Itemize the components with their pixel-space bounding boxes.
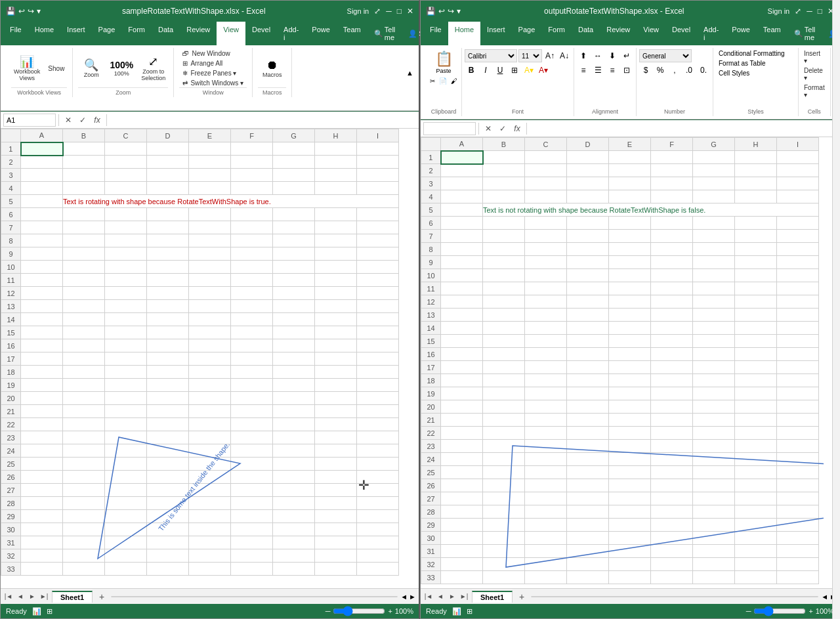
- right-zoom-in-btn[interactable]: +: [808, 607, 812, 615]
- cell-r10-c5[interactable]: [231, 261, 273, 274]
- workbook-views-btn[interactable]: 📊 WorkbookViews: [11, 54, 43, 83]
- cell-r7-c6[interactable]: [693, 230, 735, 243]
- cell-r21-c2[interactable]: [105, 405, 147, 418]
- cell-r12-c2[interactable]: [525, 295, 567, 309]
- cell-r13-c6[interactable]: [693, 309, 735, 322]
- left-add-sheet-btn[interactable]: +: [95, 590, 108, 603]
- cell-r23-c1[interactable]: [483, 440, 525, 453]
- cell-r12-c2[interactable]: [105, 287, 147, 300]
- cell-r9-c5[interactable]: [651, 256, 693, 269]
- cell-r30-c2[interactable]: [105, 523, 147, 536]
- cell-r28-c1[interactable]: [483, 505, 525, 519]
- left-tab-insert[interactable]: Insert: [60, 22, 92, 45]
- cell-r7-c1[interactable]: [483, 230, 525, 243]
- right-tab-file[interactable]: File: [423, 22, 448, 45]
- cell-r30-c0[interactable]: [21, 523, 63, 536]
- cell-r24-c5[interactable]: [651, 453, 693, 466]
- cell-r24-c2[interactable]: [525, 453, 567, 466]
- cell-r25-c4[interactable]: [609, 466, 651, 479]
- cell-r6-c2[interactable]: [105, 208, 147, 221]
- left-scroll-first[interactable]: |◄: [3, 591, 14, 602]
- cell-r17-c1[interactable]: [63, 352, 105, 366]
- cell-r11-c2[interactable]: [105, 274, 147, 287]
- cell-r13-c8[interactable]: [777, 309, 819, 322]
- cell-r3-c7[interactable]: [735, 177, 777, 190]
- cell-r14-c3[interactable]: [147, 313, 189, 326]
- border-btn[interactable]: ⊞: [508, 64, 521, 77]
- cell-r28-c6[interactable]: [273, 497, 315, 510]
- cell-r11-c0[interactable]: [21, 274, 63, 287]
- cell-r33-c0[interactable]: [21, 563, 63, 576]
- cell-r33-c1[interactable]: [63, 563, 105, 576]
- right-col-header-f[interactable]: F: [651, 138, 693, 151]
- cell-r20-c5[interactable]: [231, 392, 273, 405]
- cell-r10-c2[interactable]: [525, 269, 567, 282]
- cell-r12-c8[interactable]: [777, 295, 819, 309]
- cell-r29-c3[interactable]: [567, 519, 609, 532]
- right-tab-review[interactable]: Review: [600, 22, 637, 45]
- cell-r31-c8[interactable]: [777, 545, 819, 558]
- left-zoom-out-btn[interactable]: ─: [326, 607, 331, 615]
- cell-r19-c2[interactable]: [105, 379, 147, 392]
- cell-r20-c6[interactable]: [273, 392, 315, 405]
- cell-r33-c2[interactable]: [105, 563, 147, 576]
- cell-r8-c5[interactable]: [651, 243, 693, 256]
- cell-r27-c8[interactable]: [777, 492, 819, 505]
- cell-r12-c7[interactable]: [735, 295, 777, 309]
- cell-r15-c3[interactable]: [147, 326, 189, 339]
- cell-r9-c8[interactable]: [357, 247, 399, 261]
- cell-r11-c8[interactable]: [357, 274, 399, 287]
- cell-r31-c5[interactable]: [651, 545, 693, 558]
- cell-r12-c1[interactable]: [63, 287, 105, 300]
- cell-r27-c7[interactable]: [735, 492, 777, 505]
- cell-r10-c0[interactable]: [21, 261, 63, 274]
- right-tab-powe[interactable]: Powe: [725, 22, 757, 45]
- cell-r31-c3[interactable]: [567, 545, 609, 558]
- cell-r25-c1[interactable]: [63, 458, 105, 471]
- cell-r3-c0[interactable]: [21, 169, 63, 182]
- cell-r14-c0[interactable]: [441, 322, 483, 335]
- cell-r8-c0[interactable]: [441, 243, 483, 256]
- cell-r23-c7[interactable]: [315, 431, 357, 444]
- cell-r16-c5[interactable]: [651, 348, 693, 361]
- cell-r14-c6[interactable]: [693, 322, 735, 335]
- cell-r3-c3[interactable]: [567, 177, 609, 190]
- cell-r16-c4[interactable]: [189, 339, 231, 352]
- cell-r1-c2[interactable]: [105, 142, 147, 156]
- cell-r30-c8[interactable]: [777, 532, 819, 545]
- align-center-btn[interactable]: ☰: [591, 64, 604, 77]
- cell-r11-c7[interactable]: [315, 274, 357, 287]
- cell-r26-c6[interactable]: [693, 479, 735, 492]
- right-col-header-i[interactable]: I: [777, 138, 819, 151]
- cell-r25-c3[interactable]: [147, 458, 189, 471]
- cell-r21-c5[interactable]: [231, 405, 273, 418]
- cell-r20-c1[interactable]: [63, 392, 105, 405]
- cell-r23-c2[interactable]: [105, 431, 147, 444]
- cell-r9-c0[interactable]: [21, 247, 63, 261]
- cell-r9-c3[interactable]: [567, 256, 609, 269]
- right-tab-insert[interactable]: Insert: [480, 22, 512, 45]
- cell-r13-c3[interactable]: [147, 300, 189, 313]
- cell-r12-c3[interactable]: [147, 287, 189, 300]
- cell-r24-c8[interactable]: [777, 453, 819, 466]
- left-tab-review[interactable]: Review: [180, 22, 217, 45]
- cell-r32-c0[interactable]: [21, 549, 63, 563]
- cell-r27-c1[interactable]: [63, 484, 105, 497]
- cell-r1-c1[interactable]: [63, 142, 105, 156]
- cell-r3-c3[interactable]: [147, 169, 189, 182]
- cell-r2-c5[interactable]: [651, 164, 693, 177]
- cell-r14-c4[interactable]: [609, 322, 651, 335]
- cell-r32-c1[interactable]: [483, 558, 525, 571]
- cell-r10-c5[interactable]: [651, 269, 693, 282]
- cell-r20-c1[interactable]: [483, 400, 525, 414]
- cell-r26-c4[interactable]: [609, 479, 651, 492]
- cell-r26-c1[interactable]: [63, 471, 105, 484]
- cell-r14-c2[interactable]: [105, 313, 147, 326]
- cell-r7-c3[interactable]: [147, 221, 189, 234]
- cell-r18-c5[interactable]: [651, 374, 693, 387]
- cell-r21-c3[interactable]: [147, 405, 189, 418]
- cell-r18-c6[interactable]: [693, 374, 735, 387]
- cell-r14-c6[interactable]: [273, 313, 315, 326]
- cell-r4-c2[interactable]: [105, 182, 147, 195]
- cell-r29-c1[interactable]: [63, 510, 105, 523]
